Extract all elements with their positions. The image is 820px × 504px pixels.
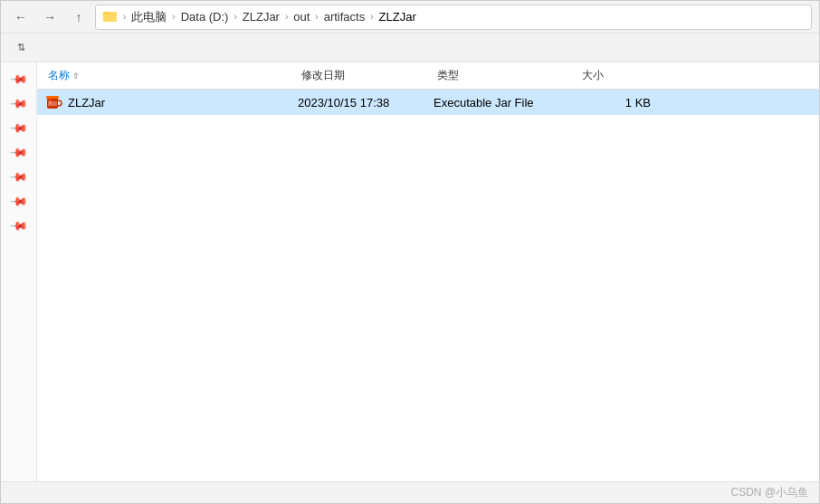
table-row[interactable]: ZLZJar 2023/10/15 17:38 Executable Jar F… [37,90,819,115]
pin-7-icon[interactable]: 📌 [5,212,32,239]
breadcrumb-sep-2: › [234,12,236,22]
explorer-window: ← → ↑ › 此电脑 › Data (D:) › ZLZJar [0,0,820,504]
watermark: CSDN @小乌鱼 [730,485,808,500]
sidebar: 📌 📌 📌 📌 📌 📌 📌 [1,62,37,481]
column-headers: 名称 ⇧ 修改日期 类型 大小 [37,62,819,90]
breadcrumb-pc[interactable]: 此电脑 [131,9,167,25]
breadcrumb-pc-label: 此电脑 [131,9,167,25]
file-date: 2023/10/15 17:38 [298,96,434,109]
breadcrumb-sep-5: › [370,12,373,22]
file-area: 名称 ⇧ 修改日期 类型 大小 [37,62,819,481]
file-list: ZLZJar 2023/10/15 17:38 Executable Jar F… [37,90,819,481]
file-name: ZLZJar [68,96,298,109]
breadcrumb-zlzjar[interactable]: ZLZJar [243,10,280,24]
breadcrumb-zlzjar-label: ZLZJar [243,10,280,24]
breadcrumb-artifacts[interactable]: artifacts [324,10,366,24]
col-header-type[interactable]: 类型 [434,68,578,83]
file-size: 1 KB [578,96,651,109]
pin-3-icon[interactable]: 📌 [5,114,32,141]
folder-icon [103,9,118,24]
svg-rect-2 [103,12,117,22]
breadcrumb-current-label: ZLZJar [379,10,416,24]
svg-rect-4 [46,96,59,99]
breadcrumb-drive[interactable]: Data (D:) [181,10,229,24]
pin-6-icon[interactable]: 📌 [5,187,32,214]
breadcrumb-sep-0: › [123,12,126,22]
file-type: Executable Jar File [434,96,578,109]
breadcrumb-drive-label: Data (D:) [181,10,229,24]
pin-5-icon[interactable]: 📌 [5,163,32,190]
col-header-name[interactable]: 名称 ⇧ [44,68,298,83]
pin-1-icon[interactable]: 📌 [5,65,32,92]
sort-icon[interactable]: ⇅ [8,35,33,61]
pin-4-icon[interactable]: 📌 [5,138,32,166]
col-header-date[interactable]: 修改日期 [298,68,434,83]
back-button[interactable]: ← [8,5,33,30]
pin-2-icon[interactable]: 📌 [5,90,32,117]
breadcrumb-sep-3: › [285,12,288,22]
breadcrumb-sep-4: › [315,12,318,22]
address-bar-row: ← → ↑ › 此电脑 › Data (D:) › ZLZJar [1,1,819,33]
col-header-size[interactable]: 大小 [578,68,651,83]
sort-arrow-name: ⇧ [72,71,80,81]
breadcrumb-current[interactable]: ZLZJar [379,10,416,24]
status-bar: CSDN @小乌鱼 [1,481,819,503]
breadcrumb-out[interactable]: out [293,10,310,24]
breadcrumb-out-label: out [293,10,310,24]
toolbar: ⇅ [1,33,819,62]
up-button[interactable]: ↑ [66,5,91,30]
svg-rect-6 [48,101,57,106]
file-icon-jar [44,93,62,111]
breadcrumb-artifacts-label: artifacts [324,10,366,24]
address-bar[interactable]: › 此电脑 › Data (D:) › ZLZJar › out › artif… [95,5,812,30]
main-content: 📌 📌 📌 📌 📌 📌 📌 名称 ⇧ 修改日期 类型 [1,62,819,481]
breadcrumb-sep-1: › [172,12,175,22]
forward-button[interactable]: → [37,5,62,30]
